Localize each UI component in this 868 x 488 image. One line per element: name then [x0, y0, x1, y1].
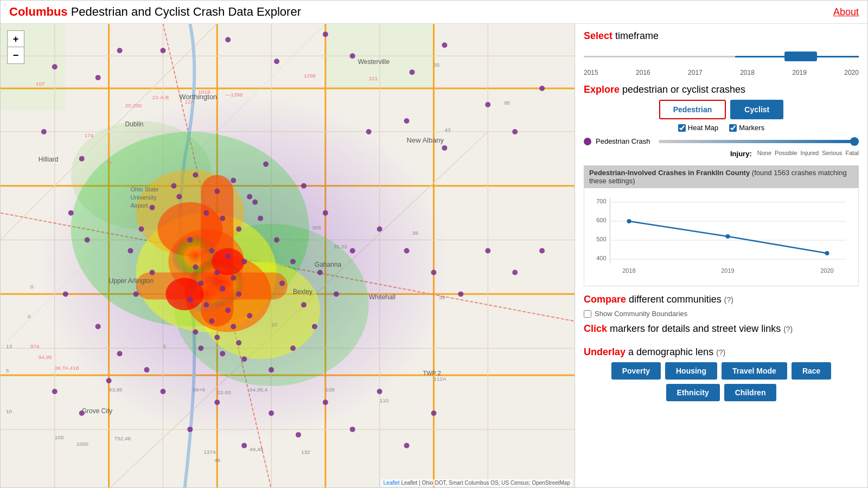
svg-point-68 [236, 227, 241, 232]
underlay-help[interactable]: (?) [716, 348, 725, 357]
poverty-button[interactable]: Poverty [611, 362, 661, 380]
svg-point-83 [209, 318, 214, 324]
leaflet-link[interactable]: Leaflet [384, 480, 400, 486]
svg-point-105 [404, 248, 410, 254]
compare-section: Compare different communities (?) Show C… [584, 294, 859, 318]
svg-point-50 [117, 48, 123, 53]
svg-point-76 [198, 280, 203, 286]
svg-point-131 [85, 237, 90, 243]
svg-text:10: 10 [6, 408, 12, 414]
svg-point-67 [220, 216, 225, 221]
underlay-buttons-container: Poverty Housing Travel Mode Race Ethnici… [584, 362, 859, 401]
svg-text:↑A: ↑A [106, 159, 113, 165]
map-panel: Dublin Worthington Westerville New Alban… [1, 24, 575, 488]
app-title-red: Columbus [9, 5, 68, 18]
injury-slider-thumb[interactable] [850, 137, 859, 146]
svg-point-43 [160, 48, 165, 53]
map-container[interactable]: Dublin Worthington Westerville New Alban… [1, 24, 575, 488]
svg-point-126 [252, 200, 258, 205]
crash-legend: Pedestrian Crash [584, 137, 859, 145]
svg-point-133 [95, 324, 101, 329]
heatmap-label: Heat Map [688, 124, 718, 132]
pedestrian-button[interactable]: Pedestrian [659, 100, 726, 119]
explore-title-rest: pedestrian or cyclist crashes [620, 84, 745, 95]
svg-text:108: 108 [326, 387, 335, 393]
boundaries-checkbox[interactable] [584, 310, 591, 318]
svg-point-116 [377, 389, 382, 394]
svg-point-127 [263, 162, 269, 167]
svg-text:174: 174 [85, 132, 94, 138]
click-help[interactable]: (?) [783, 325, 793, 333]
svg-point-69 [187, 237, 193, 243]
underlay-title-red: Underlay [584, 346, 626, 357]
svg-text:5: 5 [163, 343, 166, 349]
svg-point-123 [350, 427, 355, 432]
svg-point-106 [431, 269, 437, 275]
svg-point-47 [350, 53, 355, 59]
svg-point-99 [279, 280, 285, 286]
svg-point-117 [431, 410, 437, 416]
svg-point-81 [225, 307, 231, 313]
injury-none: None [757, 150, 771, 158]
svg-point-129 [323, 210, 328, 216]
markers-option[interactable]: Markers [729, 124, 764, 132]
svg-text:12A: 12A [184, 99, 194, 105]
boundaries-label: Show Community Boundaries [595, 310, 687, 318]
svg-text:5: 5 [6, 368, 9, 374]
svg-point-124 [404, 443, 410, 448]
right-panel: Select timeframe 2015 2016 2017 2018 201… [575, 24, 867, 488]
svg-point-44 [225, 37, 231, 42]
svg-point-52 [442, 42, 447, 48]
map-zoom-controls[interactable]: + − [7, 30, 24, 64]
svg-point-46 [323, 31, 328, 37]
heatmap-option[interactable]: Heat Map [678, 124, 718, 132]
svg-point-130 [68, 210, 74, 216]
cyclist-button[interactable]: Cyclist [730, 100, 783, 119]
svg-point-104 [377, 227, 382, 232]
svg-point-128 [301, 183, 307, 189]
svg-point-45 [274, 59, 279, 64]
svg-point-82 [247, 313, 252, 318]
svg-text:Airport: Airport [131, 202, 148, 209]
timeframe-title-red: Select [584, 30, 612, 41]
svg-point-59 [512, 129, 518, 134]
svg-text:0: 0 [28, 313, 31, 319]
svg-text:2018: 2018 [622, 267, 635, 274]
about-link[interactable]: About [833, 7, 859, 18]
housing-button[interactable]: Housing [665, 362, 717, 380]
svg-text:132: 132 [301, 449, 310, 455]
svg-text:Upper Arlington: Upper Arlington [109, 277, 154, 285]
svg-point-138 [312, 324, 317, 329]
svg-point-78 [236, 291, 241, 297]
svg-text:2019: 2019 [721, 267, 734, 274]
children-button[interactable]: Children [724, 384, 777, 401]
svg-point-90 [241, 356, 247, 362]
ethnicity-button[interactable]: Ethnicity [666, 384, 720, 401]
svg-point-77 [220, 286, 225, 291]
svg-point-57 [442, 145, 447, 151]
svg-text:107: 107 [36, 81, 45, 87]
svg-point-74 [214, 269, 220, 275]
svg-point-119 [241, 443, 247, 448]
svg-rect-40 [136, 272, 288, 299]
svg-point-62 [193, 172, 198, 178]
slider-thumb[interactable] [784, 52, 817, 61]
zoom-in-button[interactable]: + [8, 31, 24, 47]
svg-text:1298: 1298 [304, 73, 316, 79]
svg-text:500: 500 [596, 236, 606, 242]
svg-point-113 [214, 400, 220, 405]
main-content: Dublin Worthington Westerville New Alban… [1, 24, 867, 488]
svg-point-207 [825, 251, 829, 255]
svg-point-65 [247, 194, 252, 200]
click-title: Click markers for details and street vie… [584, 323, 859, 335]
svg-text:49,49: 49,49 [250, 446, 263, 452]
race-button[interactable]: Race [792, 362, 831, 380]
legend-label: Pedestrian Crash [596, 137, 650, 145]
explore-title-red: Explore [584, 84, 620, 95]
compare-help[interactable]: (?) [724, 296, 733, 304]
travel-mode-button[interactable]: Travel Mode [722, 362, 787, 380]
svg-point-66 [203, 210, 209, 216]
heatmap-checkbox[interactable] [678, 124, 686, 132]
markers-checkbox[interactable] [729, 124, 737, 132]
zoom-out-button[interactable]: − [8, 47, 24, 63]
